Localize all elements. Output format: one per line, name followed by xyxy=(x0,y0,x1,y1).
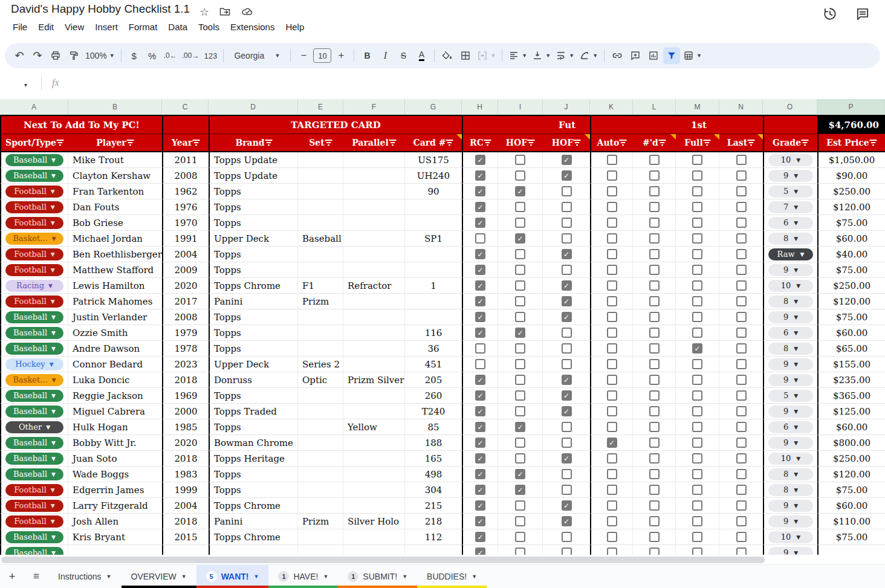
checkbox-full[interactable] xyxy=(692,265,702,275)
sport-pill-dropdown[interactable]: Baseball▼ xyxy=(5,390,63,402)
cell-checkbox-fut-hof[interactable] xyxy=(543,215,590,231)
cell-player[interactable]: Josh Allen xyxy=(68,514,162,529)
checkbox-hof[interactable] xyxy=(515,280,525,291)
cell-sport-type[interactable]: Baseball▼ xyxy=(0,341,68,357)
cell-checkbox-full[interactable]: ✓ xyxy=(676,341,719,357)
comment-history-icon[interactable] xyxy=(855,6,870,22)
borders-button[interactable] xyxy=(457,47,474,64)
checkbox-fut-hof[interactable]: ✓ xyxy=(562,280,572,291)
column-header-full[interactable]: Full xyxy=(676,134,719,151)
checkbox-fut-hof[interactable] xyxy=(562,548,572,555)
cell-est-price[interactable] xyxy=(817,545,885,555)
cell-checkbox-rc[interactable]: ✓ xyxy=(462,482,498,498)
checkbox-hof[interactable] xyxy=(515,296,525,306)
cell-grade[interactable]: 8▼ xyxy=(763,467,817,482)
cell-checkbox-rc[interactable] xyxy=(462,341,498,357)
checkbox-numbered[interactable] xyxy=(649,485,660,495)
cell-checkbox-fut-hof[interactable] xyxy=(543,231,590,247)
cell-est-price[interactable]: $40.00 xyxy=(817,247,885,262)
cell-checkbox-fut-hof[interactable] xyxy=(543,357,590,372)
cell-player[interactable]: Hulk Hogan xyxy=(68,419,162,435)
checkbox-hof[interactable] xyxy=(515,516,525,526)
grade-pill-dropdown[interactable]: 10▼ xyxy=(768,154,813,166)
insert-chart-button[interactable] xyxy=(645,47,662,64)
checkbox-numbered[interactable] xyxy=(649,375,660,385)
cell-year[interactable]: 1979 xyxy=(162,325,209,341)
checkbox-auto[interactable] xyxy=(607,280,617,291)
checkbox-auto[interactable] xyxy=(607,485,617,495)
cell-grade[interactable]: 9▼ xyxy=(763,435,817,451)
cell-checkbox-hof[interactable] xyxy=(498,451,543,467)
sport-pill-dropdown[interactable]: Baseball▼ xyxy=(5,343,63,355)
checkbox-auto[interactable] xyxy=(607,343,617,354)
cell-checkbox-rc[interactable]: ✓ xyxy=(462,215,498,231)
cell-card-number[interactable]: SP1 xyxy=(405,231,462,247)
cell-set[interactable] xyxy=(298,215,343,231)
cell-checkbox-fut-hof[interactable]: ✓ xyxy=(543,278,590,294)
cell-checkbox-full[interactable] xyxy=(676,388,719,404)
checkbox-rc[interactable]: ✓ xyxy=(475,406,485,416)
grade-pill-dropdown[interactable]: 9▼ xyxy=(768,405,813,418)
cell-player[interactable]: Bob Griese xyxy=(68,215,162,231)
checkbox-fut-hof[interactable] xyxy=(562,359,572,369)
sport-pill-dropdown[interactable]: Baseball▼ xyxy=(5,468,63,480)
cell-checkbox-full[interactable] xyxy=(676,325,719,341)
checkbox-fut-hof[interactable]: ✓ xyxy=(562,390,572,401)
cell-est-price[interactable]: $110.00 xyxy=(817,514,885,529)
cell-est-price[interactable]: $120.00 xyxy=(817,467,885,482)
cell-est-price[interactable]: $250.00 xyxy=(817,184,885,199)
checkbox-hof[interactable]: ✓ xyxy=(515,485,525,495)
cell-checkbox-rc[interactable]: ✓ xyxy=(462,262,498,278)
cell-brand[interactable]: Topps Update xyxy=(209,152,298,168)
sport-pill-dropdown[interactable]: Other▼ xyxy=(5,421,63,433)
checkbox-numbered[interactable] xyxy=(649,390,660,401)
cell-player[interactable]: Edgerrin James xyxy=(68,482,162,498)
cell-checkbox-full[interactable] xyxy=(676,372,719,388)
cell-set[interactable] xyxy=(298,498,343,514)
cell-checkbox-fut-hof[interactable]: ✓ xyxy=(543,498,590,514)
column-letter-B[interactable]: B xyxy=(68,99,162,115)
cell-player[interactable]: Matthew Stafford xyxy=(68,262,162,278)
cell-brand[interactable]: Topps xyxy=(209,325,298,341)
checkbox-rc[interactable]: ✓ xyxy=(475,186,485,196)
cell-card-number[interactable]: 85 xyxy=(405,419,462,435)
checkbox-fut-hof[interactable] xyxy=(562,422,572,432)
cell-checkbox-numbered[interactable] xyxy=(633,294,676,309)
sport-pill-dropdown[interactable]: Football▼ xyxy=(5,264,63,276)
cell-checkbox-last[interactable] xyxy=(719,357,763,372)
checkbox-last[interactable] xyxy=(736,265,747,275)
cell-year[interactable]: 2018 xyxy=(162,451,209,467)
cell-set[interactable]: Series 2 xyxy=(298,357,343,372)
filter-icon[interactable] xyxy=(573,139,581,146)
cell-checkbox-hof[interactable] xyxy=(498,294,543,309)
cell-year[interactable]: 2020 xyxy=(162,435,209,451)
checkbox-last[interactable] xyxy=(736,375,747,385)
cell-player[interactable]: Ozzie Smith xyxy=(68,325,162,341)
cell-checkbox-full[interactable] xyxy=(676,168,719,184)
cell-checkbox-last[interactable] xyxy=(719,529,763,545)
checkbox-full[interactable] xyxy=(692,500,702,511)
cell-est-price[interactable]: $250.00 xyxy=(817,451,885,467)
cell-set[interactable]: Prizm xyxy=(298,294,343,309)
filter-icon[interactable] xyxy=(801,139,809,146)
sport-pill-dropdown[interactable]: Baseball▼ xyxy=(5,547,63,555)
checkbox-auto[interactable] xyxy=(607,390,617,401)
cell-year[interactable]: 1962 xyxy=(162,184,209,199)
checkbox-hof[interactable] xyxy=(515,343,525,354)
cell-checkbox-fut-hof[interactable] xyxy=(543,467,590,482)
checkbox-numbered[interactable] xyxy=(649,296,660,306)
cell-checkbox-numbered[interactable] xyxy=(633,357,676,372)
checkbox-rc[interactable]: ✓ xyxy=(475,469,485,479)
column-letter-I[interactable]: I xyxy=(498,99,543,115)
sport-pill-dropdown[interactable]: Baseball▼ xyxy=(5,327,63,339)
cell-checkbox-numbered[interactable] xyxy=(633,529,676,545)
cell-checkbox-last[interactable] xyxy=(719,325,763,341)
cell-checkbox-numbered[interactable] xyxy=(633,309,676,325)
cell-parallel[interactable] xyxy=(343,357,405,372)
cell-set[interactable] xyxy=(298,404,343,419)
cell-brand[interactable]: Topps Update xyxy=(209,168,298,184)
cell-year[interactable]: 2018 xyxy=(162,372,209,388)
cell-checkbox-fut-hof[interactable] xyxy=(543,529,590,545)
cell-checkbox-last[interactable] xyxy=(719,199,763,215)
column-letter-A[interactable]: A xyxy=(0,99,68,115)
